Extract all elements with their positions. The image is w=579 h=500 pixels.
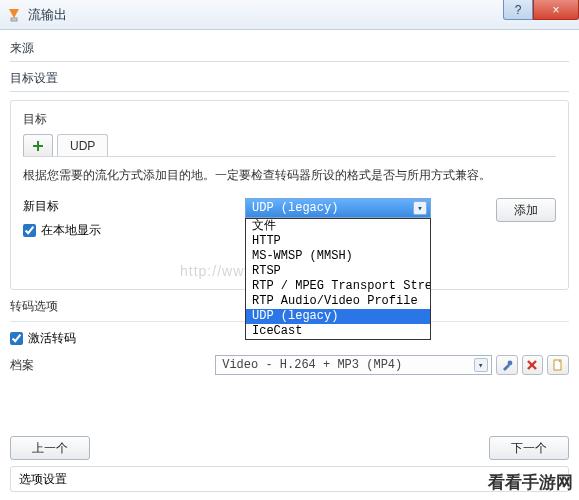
profile-select[interactable]: Video - H.264 + MP3 (MP4) ▾	[215, 355, 492, 375]
tab-label: UDP	[70, 139, 95, 153]
next-button[interactable]: 下一个	[489, 436, 569, 460]
chevron-down-icon: ▾	[474, 358, 488, 372]
app-icon	[6, 7, 22, 23]
archive-label: 档案	[10, 357, 215, 374]
svg-rect-3	[33, 145, 43, 147]
svg-marker-0	[9, 9, 19, 18]
dropdown-option[interactable]: RTSP	[246, 264, 430, 279]
new-target-dropdown: 文件 HTTP MS-WMSP (MMSH) RTSP RTP / MPEG T…	[245, 218, 431, 340]
archive-row: 档案 Video - H.264 + MP3 (MP4) ▾	[10, 355, 569, 375]
profile-new-button[interactable]	[547, 355, 569, 375]
new-target-select-wrap: UDP (legacy) ▾ 文件 HTTP MS-WMSP (MMSH) RT…	[245, 198, 431, 218]
window-title: 流输出	[28, 6, 67, 24]
dropdown-option[interactable]: RTP Audio/Video Profile	[246, 294, 430, 309]
options-label: 选项设置	[19, 471, 67, 488]
brand-watermark: 看看手游网	[488, 471, 573, 494]
dropdown-option[interactable]: UDP (legacy)	[246, 309, 430, 324]
tab-add-button[interactable]	[23, 134, 53, 156]
new-icon	[552, 359, 564, 371]
select-value: UDP (legacy)	[252, 201, 338, 215]
dest-label: 目标	[23, 111, 556, 128]
activate-transcode-label: 激活转码	[28, 330, 76, 347]
source-label: 来源	[10, 40, 569, 57]
dropdown-option[interactable]: HTTP	[246, 234, 430, 249]
svg-rect-1	[11, 18, 17, 21]
add-button[interactable]: 添加	[496, 198, 556, 222]
local-display-label: 在本地显示	[41, 222, 101, 239]
new-target-label: 新目标	[23, 198, 231, 215]
dropdown-option[interactable]: RTP / MPEG Transport Stream	[246, 279, 430, 294]
target-settings-label: 目标设置	[10, 70, 569, 87]
chevron-down-icon: ▾	[413, 201, 427, 215]
footer-buttons: 上一个 下一个	[10, 436, 569, 460]
dest-tabs: UDP	[23, 134, 556, 157]
dest-desc: 根据您需要的流化方式添加目的地。一定要检查转码器所设的格式是否与所用方式兼容。	[23, 167, 556, 184]
divider	[10, 61, 569, 62]
svg-point-4	[507, 361, 512, 366]
delete-icon	[526, 359, 538, 371]
dropdown-option[interactable]: MS-WMSP (MMSH)	[246, 249, 430, 264]
profile-value: Video - H.264 + MP3 (MP4)	[222, 358, 402, 372]
divider	[10, 91, 569, 92]
activate-transcode-checkbox[interactable]	[10, 332, 23, 345]
profile-delete-button[interactable]	[522, 355, 544, 375]
dest-panel: 目标 UDP 根据您需要的流化方式添加目的地。一定要检查转码器所设的格式是否与所…	[10, 100, 569, 290]
local-display-checkbox[interactable]	[23, 224, 36, 237]
new-target-row: 新目标 UDP (legacy) ▾ 文件 HTTP MS-WMSP (MMSH…	[23, 198, 556, 222]
titlebar: 流输出 ? ×	[0, 0, 579, 30]
tool-icon	[501, 359, 513, 371]
options-section: 选项设置	[10, 466, 569, 492]
dropdown-option[interactable]: IceCast	[246, 324, 430, 339]
content: 来源 目标设置 目标 UDP 根据您需要的流化方式添加目的地。一定要检查转码器所…	[0, 30, 579, 375]
profile-tool-button[interactable]	[496, 355, 518, 375]
close-button[interactable]: ×	[533, 0, 579, 20]
tab-udp[interactable]: UDP	[57, 134, 108, 156]
prev-button[interactable]: 上一个	[10, 436, 90, 460]
new-target-select[interactable]: UDP (legacy) ▾	[245, 198, 431, 218]
dropdown-option[interactable]: 文件	[246, 219, 430, 234]
help-button[interactable]: ?	[503, 0, 533, 20]
window-controls: ? ×	[503, 0, 579, 20]
